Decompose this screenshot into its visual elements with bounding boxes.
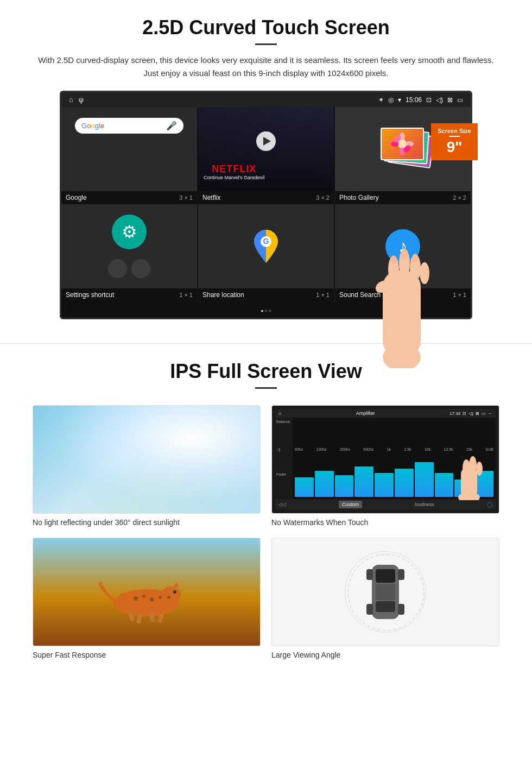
svg-point-30 bbox=[161, 586, 181, 603]
svg-point-26 bbox=[134, 596, 138, 601]
netflix-app-name: Netflix bbox=[202, 194, 220, 201]
google-logo: Google bbox=[81, 122, 104, 130]
maps-icon: G bbox=[251, 229, 281, 264]
netflix-app-cell[interactable]: NETFLIX Continue Marvel's Daredevil bbox=[198, 107, 334, 191]
home-icon: ⌂ bbox=[69, 96, 73, 104]
svg-point-46 bbox=[348, 554, 424, 630]
sound-icon-circle: ♪ bbox=[385, 229, 420, 264]
svg-point-29 bbox=[159, 596, 162, 599]
photo-stack bbox=[378, 125, 427, 174]
netflix-subtitle: Continue Marvel's Daredevil bbox=[204, 175, 264, 180]
photo-label: Photo Gallery 2 × 2 bbox=[335, 191, 471, 204]
time-display: 15:06 bbox=[406, 96, 422, 104]
svg-point-24 bbox=[476, 462, 483, 476]
car-image bbox=[271, 538, 499, 646]
sound-search-cell[interactable]: ♪ bbox=[335, 204, 471, 288]
home-icon-amp: ⌂ bbox=[278, 411, 281, 416]
window-icon: ▭ bbox=[457, 96, 463, 104]
google-grid-size: 3 × 1 bbox=[179, 194, 193, 201]
section-ips: IPS Full Screen View No light reflecting… bbox=[0, 355, 532, 676]
car-circle-dashed bbox=[345, 552, 427, 633]
sound-label: Sound Search 1 × 1 bbox=[335, 288, 471, 301]
car-caption: Large Viewing Angle bbox=[271, 651, 499, 659]
sunlight-caption: No light reflecting under 360° direct su… bbox=[33, 518, 261, 527]
netflix-label: Netflix 3 × 2 bbox=[198, 191, 334, 204]
svg-point-31 bbox=[167, 596, 170, 599]
amp-header: ⌂ Amplifier 17:33 ⊡◁)⊠▭← bbox=[275, 409, 496, 418]
google-label: Google 3 × 1 bbox=[61, 191, 197, 204]
netflix-grid-size: 3 × 2 bbox=[316, 194, 330, 201]
bluetooth-icon: ✶ bbox=[378, 96, 384, 104]
sound-app-name: Sound Search bbox=[339, 291, 381, 299]
car-item: Large Viewing Angle bbox=[271, 538, 499, 659]
voice-search-icon[interactable]: 🎤 bbox=[166, 121, 177, 131]
svg-point-33 bbox=[173, 590, 176, 594]
device-screen: ⌂ ψ ✶ ◎ ▾ 15:06 ⊡ ◁) ⊠ ▭ bbox=[60, 91, 472, 319]
camera-icon: ⊡ bbox=[426, 96, 432, 104]
app-labels-bottom: Settings shortcut 1 × 1 Share location 1… bbox=[61, 288, 471, 301]
sound-grid-size: 1 × 1 bbox=[453, 292, 466, 298]
usb-icon: ψ bbox=[79, 96, 84, 104]
amp-hand-svg bbox=[450, 451, 488, 500]
section1-title: 2.5D Curved Touch Screen bbox=[33, 16, 499, 39]
share-app-name: Share location bbox=[202, 291, 244, 299]
badge-label: Screen Size bbox=[438, 128, 471, 134]
svg-point-27 bbox=[142, 595, 145, 598]
amp-time: 17:33 bbox=[449, 411, 460, 416]
google-search-bar[interactable]: Google 🎤 bbox=[75, 118, 183, 134]
close-icon: ⊠ bbox=[447, 96, 453, 104]
photo-app-name: Photo Gallery bbox=[339, 194, 379, 201]
sunlight-image bbox=[33, 405, 261, 514]
play-triangle-icon bbox=[263, 137, 271, 146]
photo-card-front bbox=[381, 128, 424, 160]
netflix-logo: NETFLIX bbox=[204, 163, 264, 175]
sunlight-effect bbox=[33, 406, 260, 513]
netflix-logo-area: NETFLIX Continue Marvel's Daredevil bbox=[204, 163, 264, 180]
netflix-play-button[interactable] bbox=[256, 131, 276, 151]
volume-icon: ◁) bbox=[436, 96, 443, 104]
settings-grid-size: 1 × 1 bbox=[179, 292, 193, 298]
status-left: ⌂ ψ bbox=[69, 96, 84, 104]
share-grid-size: 1 × 1 bbox=[316, 292, 330, 298]
svg-point-23 bbox=[469, 456, 477, 474]
pagination-dots: ● ○ ○ bbox=[61, 301, 471, 318]
share-location-cell[interactable]: G bbox=[198, 204, 334, 288]
feature-image-grid: No light reflecting under 360° direct su… bbox=[33, 405, 499, 659]
settings-icon-circle: ⚙ bbox=[112, 215, 147, 249]
amplifier-item: ⌂ Amplifier 17:33 ⊡◁)⊠▭← Balance ◁) Fade… bbox=[271, 405, 499, 527]
flower-icon bbox=[389, 130, 416, 157]
photo-grid-size: 2 × 2 bbox=[453, 194, 466, 201]
status-bar: ⌂ ψ ✶ ◎ ▾ 15:06 ⊡ ◁) ⊠ ▭ bbox=[61, 92, 471, 107]
app-labels-top: Google 3 × 1 Netflix 3 × 2 Photo Gallery… bbox=[61, 191, 471, 204]
cheetah-caption: Super Fast Response bbox=[33, 651, 261, 659]
settings-app-cell[interactable]: ⚙ bbox=[61, 204, 197, 288]
car-circle bbox=[345, 551, 426, 633]
badge-size: 9" bbox=[438, 138, 471, 156]
location-icon: ◎ bbox=[388, 96, 394, 104]
svg-marker-32 bbox=[174, 582, 179, 588]
share-label: Share location 1 × 1 bbox=[198, 288, 334, 301]
wifi-icon: ▾ bbox=[398, 96, 401, 104]
amplifier-caption: No Watermarks When Touch bbox=[271, 518, 499, 527]
screen-size-badge: Screen Size 9" bbox=[431, 123, 478, 160]
title-underline bbox=[255, 43, 277, 45]
settings-label: Settings shortcut 1 × 1 bbox=[61, 288, 197, 301]
svg-text:G: G bbox=[263, 237, 269, 245]
amp-hand bbox=[450, 451, 488, 502]
google-app-cell[interactable]: Google 🎤 bbox=[61, 107, 197, 191]
amplifier-image: ⌂ Amplifier 17:33 ⊡◁)⊠▭← Balance ◁) Fade… bbox=[271, 405, 499, 514]
amp-title: Amplifier bbox=[356, 411, 375, 416]
settings-app-name: Settings shortcut bbox=[66, 291, 114, 299]
section1-description: With 2.5D curved-display screen, this de… bbox=[33, 54, 499, 80]
badge-divider bbox=[449, 136, 460, 137]
music-note-icon: ♪ bbox=[398, 236, 407, 256]
google-app-name: Google bbox=[66, 194, 87, 201]
gear-icon: ⚙ bbox=[122, 222, 137, 242]
sunlight-item: No light reflecting under 360° direct su… bbox=[33, 405, 261, 527]
status-right: ✶ ◎ ▾ 15:06 ⊡ ◁) ⊠ ▭ bbox=[378, 96, 463, 104]
app-grid-bottom: ⚙ bbox=[61, 204, 471, 288]
device-container: ⌂ ψ ✶ ◎ ▾ 15:06 ⊡ ◁) ⊠ ▭ bbox=[60, 91, 472, 319]
section2-underline bbox=[255, 387, 277, 389]
cheetah-image bbox=[33, 538, 261, 646]
cheetah-item: Super Fast Response bbox=[33, 538, 261, 659]
